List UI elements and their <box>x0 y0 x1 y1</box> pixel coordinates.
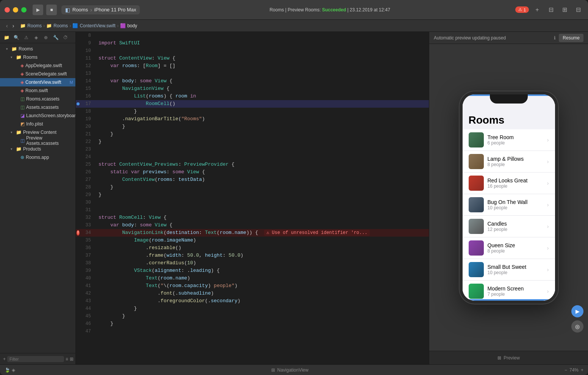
code-line-23: 23 <box>76 146 429 153</box>
room-item[interactable]: Small But Sweet 10 people › <box>463 259 555 281</box>
breadcrumb-item-1[interactable]: 📁 Rooms <box>20 23 42 28</box>
breadcrumb-label-3: ContentView.swift <box>80 23 116 28</box>
swift-file-icon: ◈ <box>20 88 24 93</box>
nav-forward-button[interactable]: › <box>11 22 16 30</box>
storyboard-icon: ◪ <box>20 113 25 118</box>
room-item[interactable]: Queen Size 8 people › <box>463 237 555 259</box>
sidebar-debug-btn[interactable]: 🔧 <box>52 33 60 42</box>
rooms-app: Rooms Tree Room 6 people › <box>463 96 555 301</box>
sidebar-filter-btn[interactable]: ◈ <box>32 33 40 42</box>
code-editor[interactable]: 8 9 import SwiftUI 10 11 struct Conten <box>76 32 429 364</box>
scheme-icon: ◧ <box>65 7 70 13</box>
close-button[interactable] <box>5 7 10 13</box>
sidebar-view-btn[interactable]: ⊞ <box>70 355 74 363</box>
stop-button[interactable]: ■ <box>46 5 57 15</box>
preview-label: Preview <box>504 355 520 361</box>
code-line-13: 13 <box>76 70 429 77</box>
device-name: iPhone 11 Pro Max <box>94 7 136 13</box>
sidebar-item-label: ContentView.swift <box>25 80 61 85</box>
sidebar-item-infoplist[interactable]: ◩ Info.plist <box>0 120 75 128</box>
filter-input[interactable] <box>7 356 64 362</box>
swift-file-icon: ◈ <box>20 71 24 77</box>
room-info: Bug On The Wall 10 people <box>488 199 543 210</box>
sidebar-diff-btn[interactable]: ⊕ <box>42 33 50 42</box>
sidebar-item-label: Rooms.xcassets <box>26 96 59 102</box>
nav-view-icon: ⊞ <box>271 367 275 373</box>
room-info: Modern Screen 7 people <box>488 286 543 297</box>
sidebar-item-launchscreen[interactable]: ◪ LaunchScreen.storyboard <box>0 111 75 120</box>
room-name: Modern Screen <box>488 286 543 292</box>
room-item[interactable]: Modern Screen 7 people › <box>463 281 555 301</box>
scheme-selector[interactable]: ◧ Rooms › iPhone 11 Pro Max <box>61 5 140 14</box>
bottom-bar: 🍃 ◈ ⊞ NavigationView − 74% + <box>0 364 588 375</box>
iphone-bottom-bar <box>463 299 555 301</box>
sidebar-item-rooms-root[interactable]: ▾ 📁 Rooms <box>0 45 75 53</box>
room-item[interactable]: Tree Room 6 people › <box>463 129 555 151</box>
code-line-12: 12 var rooms: [Room] = [] <box>76 62 429 70</box>
zoom-plus-button[interactable]: + <box>581 367 583 373</box>
sidebar-search-btn[interactable]: 🔍 <box>12 33 20 42</box>
sidebar-footer: + ≡ ⊞ <box>0 353 75 364</box>
code-line-33: 33 var body: some View { <box>76 221 429 229</box>
sidebar-item-label: Info.plist <box>26 121 43 127</box>
preview-play-button[interactable]: ▶ <box>571 305 583 317</box>
sidebar-item-room[interactable]: ◈ Room.swift <box>0 86 75 95</box>
error-badge: ⚠ 1 <box>515 6 529 13</box>
leaf-icon: 🍃 <box>5 367 10 373</box>
breadcrumb-item-3[interactable]: 🟦 ContentView.swift <box>72 23 116 28</box>
room-item[interactable]: Red Looks Great 16 people › <box>463 173 555 194</box>
resume-button[interactable]: Resume <box>559 34 583 42</box>
folder-icon: 📁 <box>16 55 22 60</box>
room-thumbnail <box>469 262 484 277</box>
swift-file-icon: ◈ <box>20 63 24 68</box>
nav-back-button[interactable]: ‹ <box>5 22 9 30</box>
info-icon: ℹ <box>554 35 556 41</box>
filter-options-btn[interactable]: ≡ <box>66 355 68 363</box>
sidebar-item-label: Room.swift <box>25 88 48 93</box>
sidebar-warning-btn[interactable]: ⚠ <box>22 33 30 42</box>
room-item[interactable]: Candles 12 people › <box>463 216 555 237</box>
sidebar-item-preview-assets[interactable]: ◫ Preview Assets.xcassets <box>0 137 75 145</box>
room-info: Small But Sweet 10 people <box>488 264 543 275</box>
minimize-button[interactable] <box>13 7 18 13</box>
run-button[interactable]: ▶ <box>33 5 43 15</box>
sidebar-item-contentview[interactable]: ◈ ContentView.swift M <box>0 78 75 86</box>
sidebar-item-rooms-app[interactable]: ⊛ Rooms.app <box>0 153 75 162</box>
nav-view-label: NavigationView <box>277 367 309 373</box>
room-info: Candles 12 people <box>488 221 543 232</box>
sidebar-item-products[interactable]: ▾ 📁 Products <box>0 145 75 153</box>
room-name: Lamp & Pillows <box>488 156 543 162</box>
sidebar-item-assets[interactable]: ◫ Assets.xcassets <box>0 103 75 111</box>
sidebar-folder-btn[interactable]: 📁 <box>2 33 11 42</box>
bottom-center: ⊞ NavigationView <box>18 367 561 373</box>
sidebar-item-rooms-sub[interactable]: ▾ 📁 Rooms <box>0 53 75 61</box>
zoom-minus-button[interactable]: − <box>565 367 567 373</box>
breadcrumb-item-4[interactable]: 🟪 body <box>120 23 137 28</box>
sidebar-item-appdelegate[interactable]: ◈ AppDelegate.swift <box>0 61 75 70</box>
add-file-button[interactable]: + <box>3 355 6 363</box>
room-thumbnail <box>469 219 484 234</box>
sidebar-item-label: Rooms <box>19 46 33 52</box>
modified-badge: M <box>70 80 73 85</box>
room-item[interactable]: Bug On The Wall 10 people › <box>463 194 555 216</box>
sidebar-history-btn[interactable]: ⏱ <box>61 33 70 42</box>
code-line-16: 16 List(rooms) { room in <box>76 93 429 100</box>
app-icon: ⊛ <box>20 155 24 160</box>
chevron-right-icon: › <box>547 158 549 165</box>
code-line-22: 22 } <box>76 138 429 146</box>
swift-file-icon: ◈ <box>20 80 24 85</box>
room-count: 12 people <box>488 227 543 232</box>
room-item[interactable]: Lamp & Pillows 8 people › <box>463 151 555 173</box>
rooms-list: Tree Room 6 people › Lamp & Pillows <box>463 129 555 301</box>
fullscreen-button[interactable] <box>21 7 27 13</box>
breadcrumb-item-2[interactable]: 📁 Rooms <box>46 23 68 28</box>
sidebar-item-rooms-xcassets[interactable]: ◫ Rooms.xcassets <box>0 95 75 103</box>
preview-inspect-button[interactable]: ◎ <box>571 320 583 333</box>
layout-button-1[interactable]: ⊟ <box>546 5 556 15</box>
code-line-31: 31 <box>76 206 429 214</box>
layout-button-2[interactable]: ⊞ <box>559 5 570 15</box>
add-button[interactable]: + <box>532 5 543 15</box>
code-line-14: 14 var body: some View { <box>76 77 429 85</box>
sidebar-item-scenedelegate[interactable]: ◈ SceneDelegate.swift <box>0 70 75 78</box>
layout-button-3[interactable]: ⊟ <box>573 5 583 15</box>
